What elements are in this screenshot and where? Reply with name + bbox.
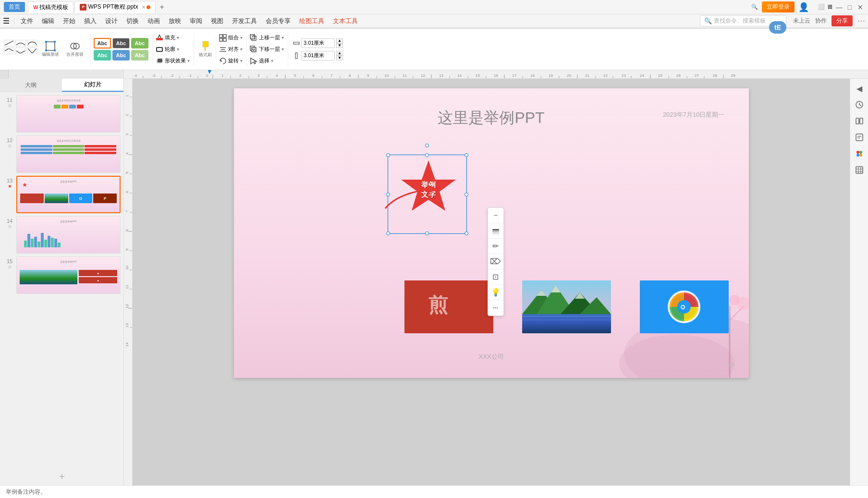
share-button[interactable]: 分享 xyxy=(831,15,853,26)
slide-thumb-11[interactable]: 这是多列对比关系内容 xyxy=(16,95,121,133)
merge-shape-button[interactable]: 合并形状 xyxy=(63,40,86,59)
minimize-button[interactable]: — xyxy=(835,3,843,11)
close-button[interactable]: ✕ xyxy=(856,3,864,11)
edit-shape-button[interactable]: 编辑形状 xyxy=(39,40,62,59)
slide-item-11[interactable]: 11 ☆ 这是多列对比关系内容 xyxy=(3,95,121,133)
width-up-btn[interactable]: ▲ xyxy=(336,38,343,43)
float-minus-btn[interactable]: － xyxy=(488,208,503,223)
rotate-dropdown-icon[interactable]: ▾ xyxy=(240,58,243,63)
add-slide-button[interactable]: ＋ xyxy=(57,470,67,483)
right-btn-2[interactable] xyxy=(853,98,866,111)
slide-canvas[interactable]: 这里是举例PPT 2023年7月10日星期一 举例文字 xyxy=(234,88,749,378)
slide-thumb-14[interactable]: 这里是举例PPT xyxy=(16,216,121,254)
login-button[interactable]: 立即登录 xyxy=(762,1,795,12)
slide-thumb-12[interactable]: 这是多列对比关系内容 xyxy=(16,135,121,173)
rotate-button[interactable]: 旋转 ▾ xyxy=(219,57,243,65)
group-dropdown-icon[interactable]: ▾ xyxy=(240,35,243,40)
more-menu-icon[interactable]: ⋯ xyxy=(857,16,865,25)
shape-effect-button[interactable]: 形状效果 ▾ xyxy=(156,57,190,65)
style-btn-4[interactable]: Abc xyxy=(94,50,111,61)
menu-switch[interactable]: 切换 xyxy=(122,16,143,26)
style-btn-2[interactable]: Abc xyxy=(112,38,130,49)
send-backward-button[interactable]: 下移一层 ▾ xyxy=(250,46,284,53)
style-btn-1[interactable]: Abc xyxy=(94,38,111,49)
slide-item-15[interactable]: 15 ☆ 这里是举例PPT ■ ■ xyxy=(3,256,121,294)
format-brush-button[interactable]: 格式刷 xyxy=(197,38,216,60)
line-tool-1[interactable] xyxy=(4,40,14,47)
menu-design[interactable]: 设计 xyxy=(101,16,122,26)
right-btn-3[interactable] xyxy=(853,114,866,128)
right-btn-4[interactable] xyxy=(853,131,866,144)
height-up-btn[interactable]: ▲ xyxy=(336,51,343,56)
line-tool-4[interactable] xyxy=(4,48,14,54)
outline-dropdown-icon[interactable]: ▾ xyxy=(177,47,179,52)
user-avatar[interactable]: 👤 xyxy=(798,2,809,12)
image-thumb-3[interactable]: O xyxy=(640,280,729,333)
menu-draw-tools[interactable]: 绘图工具 xyxy=(295,16,328,26)
panel-tab-outline[interactable]: 大纲 xyxy=(0,79,62,92)
slide-thumb-13[interactable]: 这里是举例PPT ★ O P xyxy=(16,176,121,213)
line-tool-3[interactable] xyxy=(27,40,37,47)
select-button[interactable]: 选择 ▾ xyxy=(250,57,284,65)
canvas-scroll-area[interactable]: 这里是举例PPT 2023年7月10日星期一 举例文字 xyxy=(133,79,850,486)
cloud-status[interactable]: 未上云 xyxy=(793,17,810,25)
add-tab-button[interactable]: + xyxy=(157,3,167,12)
tab-close-icon[interactable]: × xyxy=(142,4,145,11)
slide-item-14[interactable]: 14 ☆ 这里是举例PPT xyxy=(3,216,121,254)
style-btn-5[interactable]: Abc xyxy=(112,50,130,61)
menu-animation[interactable]: 动画 xyxy=(144,16,164,26)
float-more-btn[interactable]: ··· xyxy=(488,300,503,316)
menu-slideshow[interactable]: 放映 xyxy=(165,16,185,26)
height-down-btn[interactable]: ▼ xyxy=(336,56,343,61)
align-button[interactable]: 对齐 ▾ xyxy=(219,46,243,53)
maximize-button[interactable]: □ xyxy=(846,3,854,11)
line-tool-2[interactable] xyxy=(15,40,26,47)
wps-menu-icon[interactable]: ☰ xyxy=(3,16,10,25)
outline-button[interactable]: 轮廓 ▾ xyxy=(156,46,190,53)
float-layers-btn[interactable] xyxy=(488,223,503,239)
float-pencil-btn[interactable]: ✏ xyxy=(488,239,503,254)
image-thumb-2[interactable] xyxy=(522,280,611,333)
float-crop-btn[interactable]: ⊡ xyxy=(488,269,503,285)
image-thumb-1[interactable]: 煎 xyxy=(404,280,493,333)
home-button[interactable]: 首页 xyxy=(4,2,25,12)
line-tool-6[interactable] xyxy=(27,48,37,54)
slide-thumb-15[interactable]: 这里是举例PPT ■ ■ xyxy=(16,256,121,294)
panel-tab-slides[interactable]: 幻灯片 xyxy=(62,79,124,92)
menu-member[interactable]: 会员专享 xyxy=(262,16,294,26)
collab-button[interactable]: 协作 xyxy=(815,17,827,25)
bring-forward-button[interactable]: 上移一层 ▾ xyxy=(250,34,284,42)
menu-start[interactable]: 开始 xyxy=(59,16,79,26)
fill-dropdown-icon[interactable]: ▾ xyxy=(177,35,179,40)
width-down-btn[interactable]: ▼ xyxy=(336,43,343,48)
style-btn-6[interactable]: Abc xyxy=(131,50,148,61)
tile-view-icon[interactable]: ⬜ xyxy=(818,3,825,11)
menu-review[interactable]: 审阅 xyxy=(186,16,206,26)
slide-item-13[interactable]: 13 ★ 这里是举例PPT ★ O P xyxy=(3,176,121,213)
menu-insert[interactable]: 插入 xyxy=(80,16,100,26)
ppt-icon: P xyxy=(80,4,86,11)
line-tool-5[interactable] xyxy=(15,48,26,54)
grid-view-icon[interactable]: ⊞ xyxy=(828,3,832,11)
height-input[interactable] xyxy=(301,51,335,61)
menu-text-tools[interactable]: 文本工具 xyxy=(329,16,362,26)
right-btn-5[interactable] xyxy=(853,147,866,160)
align-dropdown-icon[interactable]: ▾ xyxy=(240,47,243,52)
menu-view[interactable]: 视图 xyxy=(207,16,227,26)
width-input[interactable] xyxy=(301,38,335,48)
right-btn-1[interactable]: ◀ xyxy=(853,82,866,95)
tab-templates[interactable]: W 找稿壳模板 xyxy=(28,1,73,13)
slide-item-12[interactable]: 12 ☆ 这是多列对比关系内容 xyxy=(3,135,121,173)
fill-button[interactable]: 填充 ▾ xyxy=(156,34,190,42)
menu-edit[interactable]: 编辑 xyxy=(38,16,58,26)
right-btn-6[interactable] xyxy=(853,163,866,177)
tab-ppt[interactable]: P WPS PPT教程.pptx × xyxy=(74,1,156,13)
user-initials-badge[interactable]: tE xyxy=(769,21,786,34)
group-button[interactable]: 组合 ▾ xyxy=(219,34,243,42)
float-eraser-btn[interactable]: ⌦ xyxy=(488,254,503,269)
menu-devtools[interactable]: 开发工具 xyxy=(228,16,261,26)
effect-dropdown-icon[interactable]: ▾ xyxy=(187,58,190,63)
float-bulb-btn[interactable]: 💡 xyxy=(488,285,503,300)
style-btn-3[interactable]: Abc xyxy=(131,38,148,49)
menu-file[interactable]: 文件 xyxy=(17,16,37,26)
